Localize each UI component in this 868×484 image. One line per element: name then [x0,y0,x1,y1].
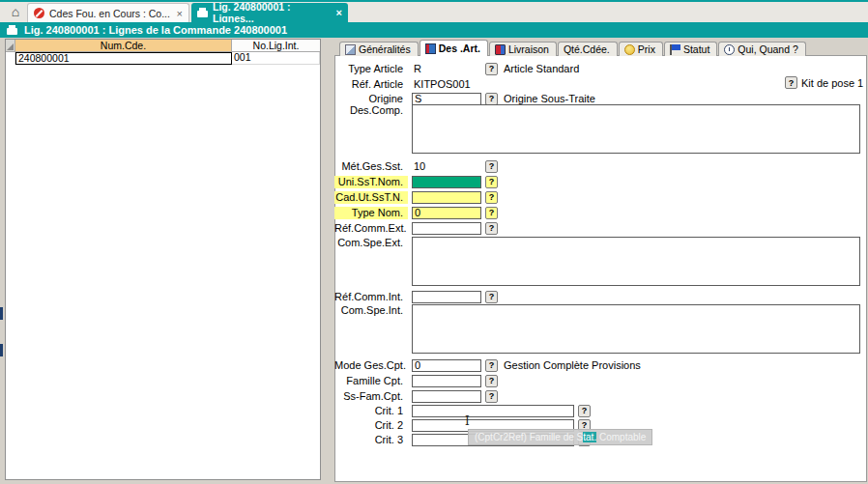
tab-label: Prix [638,43,655,55]
origine-help-button[interactable]: ? [485,93,498,105]
ref-comm-ext-input[interactable] [412,222,481,235]
browser-tab-title: Lig. 240800001 : Lignes... [213,1,332,24]
ref-comm-int-row: Réf.Comm.Int. ? [334,290,498,303]
com-spe-ext-label: Com.Spe.Ext. [334,237,408,249]
ref-comm-ext-row: Réf.Comm.Ext. ? [334,221,498,235]
tab-qui-quand[interactable]: Qui, Quand ? [718,42,805,56]
crit-1-row: Crit. 1 ? [334,404,591,417]
grid-cell-no-lig-int[interactable]: 001 [232,52,320,65]
ss-fam-cpt-help-button[interactable]: ? [485,390,498,403]
kit-row: ? Kit de pose 1 [785,76,863,89]
tab-prix[interactable]: Prix [619,42,663,56]
ss-fam-cpt-input[interactable] [412,390,481,403]
origine-row: Origine ? Origine Sous-Traite [334,92,595,105]
grid-header-num-cde[interactable]: Num.Cde. [15,40,232,52]
coin-icon [624,44,635,55]
app-window: ⌂ Cdes Fou. en Cours : Co... × Lig. 2408… [0,0,868,484]
tooltip-highlight: tat. [583,432,596,442]
tab-generalites[interactable]: Généralités [339,42,419,56]
mode-ges-cpt-suffix: Gestion Complète Provisions [502,359,641,371]
form-tab-strip: Généralités Des .Art. Livraison Qté.Cdée… [339,40,807,56]
uni-sst-nom-input[interactable] [412,176,481,188]
des-comp-row: Des.Comp. [334,104,860,118]
field-tooltip: (CptCr2Ref) Famille de Stat. Comptable [468,429,652,445]
com-spe-int-row: Com.Spe.Int. [334,304,860,318]
tab-livraison[interactable]: Livraison [489,42,557,56]
type-article-value: R [412,63,481,74]
cad-ut-sst-n-help-button[interactable]: ? [485,191,498,204]
clock-icon [724,44,735,55]
famille-cpt-row: Famille Cpt. ? [334,374,498,387]
table-row[interactable]: 240800001 001 [6,52,320,65]
met-ges-sst-row: Mét.Ges.Sst. 10 ? [334,159,498,173]
truck-icon [495,44,506,55]
page-icon [345,44,356,55]
mode-ges-cpt-row: Mode Ges.Cpt. ? Gestion Complète Provisi… [334,358,641,372]
window-title-bar: Lig. 240800001 : Lignes de la Commande 2… [0,22,868,38]
tab-label: Qui, Quand ? [738,43,797,55]
com-spe-ext-textarea[interactable] [412,237,860,286]
tooltip-text: (CptCr2Ref) Famille de S [475,432,583,442]
cad-ut-sst-n-label: Cad.Ut.SsT.N. [334,191,408,204]
tab-label: Des .Art. [439,43,480,54]
com-spe-int-label: Com.Spe.Int. [334,304,408,317]
cad-ut-sst-n-row: Cad.Ut.SsT.N. ? [334,190,498,204]
origine-suffix: Origine Sous-Traite [502,93,595,104]
ss-fam-cpt-label: Ss-Fam.Cpt. [334,390,408,403]
tab-label: Généralités [359,43,411,55]
kit-label: Kit de pose 1 [801,77,863,89]
tab-statut[interactable]: Statut [664,42,717,56]
close-icon[interactable]: × [336,8,342,17]
type-nom-label: Type Nom. [334,207,408,219]
grid-cell-num-cde[interactable]: 240800001 [15,52,232,65]
flag-icon [670,44,680,55]
ref-comm-int-label: Réf.Comm.Int. [334,291,408,303]
crit-1-help-button[interactable]: ? [578,405,591,417]
crit-1-input[interactable] [412,405,574,417]
des-comp-textarea[interactable] [412,104,860,154]
book-icon [425,43,436,54]
home-icon[interactable]: ⌂ [7,3,24,20]
ref-comm-int-help-button[interactable]: ? [485,291,498,303]
tab-des-art[interactable]: Des .Art. [420,40,488,56]
close-icon[interactable]: × [177,9,183,18]
type-nom-input[interactable] [412,207,481,219]
browser-tab-title: Cdes Fou. en Cours : Co... [49,8,170,19]
tab-qte-cdee[interactable]: Qté.Cdée. [558,42,618,56]
uni-sst-nom-help-button[interactable]: ? [485,176,498,188]
type-nom-row: Type Nom. ? [334,206,498,219]
famille-cpt-label: Famille Cpt. [334,375,408,387]
ref-comm-int-input[interactable] [412,291,481,303]
mode-ges-cpt-label: Mode Ges.Cpt. [334,359,408,372]
text-cursor: I [465,414,470,428]
type-article-help-button[interactable]: ? [485,63,498,75]
grid-header-row: Num.Cde. No.Lig.Int. [6,40,320,52]
ref-comm-ext-label: Réf.Comm.Ext. [334,222,408,235]
mode-ges-cpt-input[interactable] [412,359,481,372]
order-lines-grid: Num.Cde. No.Lig.Int. 240800001 001 [5,39,321,480]
met-ges-sst-help-button[interactable]: ? [485,160,498,173]
uni-sst-nom-label: Uni.SsT.Nom. [334,176,408,188]
type-nom-help-button[interactable]: ? [485,207,498,219]
browser-tab-lines[interactable]: Lig. 240800001 : Lignes... × [191,3,348,22]
mode-ges-cpt-help-button[interactable]: ? [485,359,498,372]
printer-icon [197,11,208,17]
famille-cpt-input[interactable] [412,375,481,387]
printer-icon [7,28,17,35]
page-title: Lig. 240800001 : Lignes de la Commande 2… [24,24,287,36]
ref-comm-ext-help-button[interactable]: ? [485,222,498,235]
ref-article-row: Réf. Article KITPOS001 [334,77,481,91]
browser-tab-orders[interactable]: Cdes Fou. en Cours : Co... × [27,3,189,22]
kit-help-button[interactable]: ? [785,76,797,89]
crit-3-label: Crit. 3 [334,434,408,446]
grid-select-all-corner[interactable] [6,40,15,52]
famille-cpt-help-button[interactable]: ? [485,375,498,387]
ss-fam-cpt-row: Ss-Fam.Cpt. ? [334,389,498,403]
row-selector-cell[interactable] [6,52,15,65]
origine-input[interactable] [412,93,481,105]
crit-1-label: Crit. 1 [334,405,408,417]
edge-mark [0,307,3,320]
cad-ut-sst-n-input[interactable] [412,191,481,204]
com-spe-ext-row: Com.Spe.Ext. [334,237,860,250]
com-spe-int-textarea[interactable] [412,304,860,354]
